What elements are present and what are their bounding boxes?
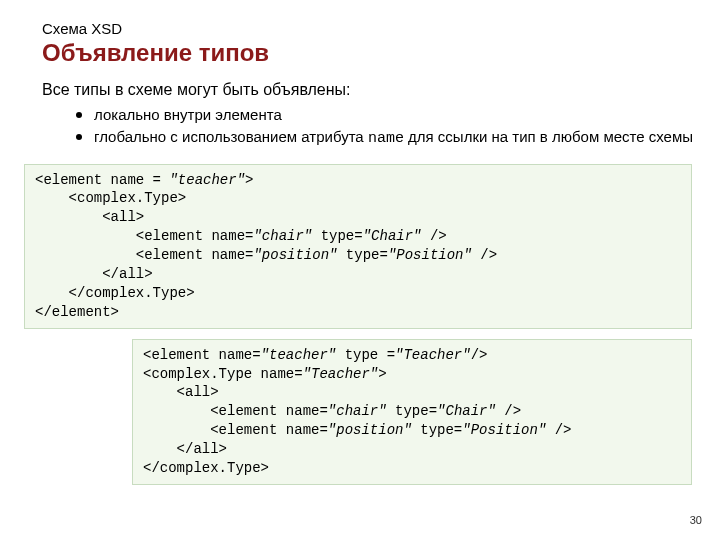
page-title: Объявление типов — [42, 39, 696, 67]
t: </all> — [35, 266, 153, 282]
t: /> — [546, 422, 571, 438]
t: /> — [472, 247, 497, 263]
t: /> — [421, 228, 446, 244]
t: "Teacher" — [395, 347, 471, 363]
t: <element name= — [35, 228, 253, 244]
t: <element name= — [143, 422, 328, 438]
t: <all> — [143, 384, 219, 400]
t: <element name= — [35, 247, 253, 263]
bullet-item-local: локально внутри элемента — [76, 105, 696, 125]
schema-label: Схема XSD — [42, 20, 696, 37]
t: "Position" — [462, 422, 546, 438]
t: /> — [471, 347, 488, 363]
t: > — [378, 366, 386, 382]
t: > — [245, 172, 253, 188]
t: "Chair" — [437, 403, 496, 419]
t: type= — [337, 247, 387, 263]
t: </all> — [143, 441, 227, 457]
t: type= — [312, 228, 362, 244]
t: "Position" — [388, 247, 472, 263]
t: <element name = — [35, 172, 169, 188]
bullet-item-global: глобально с использованием атрибута name… — [76, 127, 696, 149]
t: "position" — [328, 422, 412, 438]
t: "position" — [253, 247, 337, 263]
code-block-global: <element name="teacher" type ="Teacher"/… — [132, 339, 692, 485]
t: </complex.Type> — [143, 460, 269, 476]
t: <complex.Type name= — [143, 366, 303, 382]
t: <all> — [35, 209, 144, 225]
t: "teacher" — [261, 347, 337, 363]
t: <element name= — [143, 403, 328, 419]
bullet2-text-a: глобально с использованием атрибута — [94, 128, 368, 145]
page-number: 30 — [690, 514, 702, 526]
intro-text: Все типы в схеме могут быть объявлены: — [42, 81, 696, 99]
t: /> — [496, 403, 521, 419]
t: type= — [387, 403, 437, 419]
t: type= — [412, 422, 462, 438]
t: "teacher" — [169, 172, 245, 188]
t: "chair" — [253, 228, 312, 244]
t: </element> — [35, 304, 119, 320]
bullet-list: локально внутри элемента глобально с исп… — [76, 105, 696, 150]
t: <complex.Type> — [35, 190, 186, 206]
code-block-local: <element name = "teacher"> <complex.Type… — [24, 164, 692, 329]
bullet2-text-b: для ссылки на тип в любом месте схемы — [404, 128, 693, 145]
t: </complex.Type> — [35, 285, 195, 301]
t: "chair" — [328, 403, 387, 419]
slide: Схема XSD Объявление типов Все типы в сх… — [0, 0, 720, 540]
bullet2-mono: name — [368, 130, 404, 147]
t: type = — [336, 347, 395, 363]
t: "Teacher" — [303, 366, 379, 382]
t: "Chair" — [363, 228, 422, 244]
t: <element name= — [143, 347, 261, 363]
